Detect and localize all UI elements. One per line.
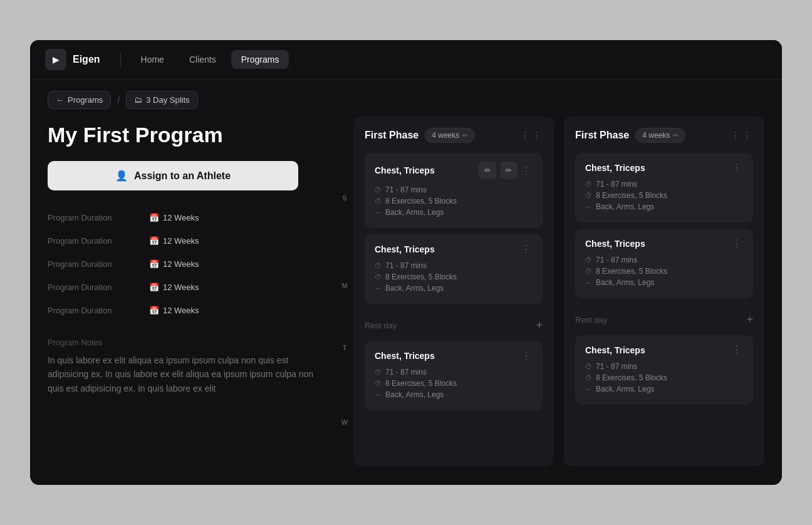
block-icon: ⏱ xyxy=(585,192,592,199)
assign-user-icon: 👤 xyxy=(115,170,128,182)
workout-2-0-exercises: ⏱ 8 Exercises, 5 Blocks xyxy=(585,191,743,200)
workout-2-3-muscles: ↔ Back, Arms, Legs xyxy=(585,385,743,393)
workout-2-3-name: Chest, Triceps xyxy=(585,345,645,355)
breadcrumb-back-label: Programs xyxy=(68,95,103,105)
phase-1-header: First Phase 4 weeks ✏ ⋮⋮ xyxy=(365,128,543,143)
phase-2-weeks-label: 4 weeks xyxy=(642,131,670,140)
logo-icon: ▶ xyxy=(45,49,66,70)
phase-2-title: First Phase xyxy=(575,130,629,141)
breadcrumb-current: 🗂 3 Day Splits xyxy=(126,91,197,109)
workout-1-3-menu-icon[interactable]: ⋮ xyxy=(521,350,533,361)
muscle-icon: ↔ xyxy=(375,284,382,292)
workout-card-2-3-header: Chest, Triceps ⋮ xyxy=(585,344,743,356)
breadcrumb-separator: / xyxy=(117,95,120,105)
workout-1-0-name: Chest, Triceps xyxy=(375,165,435,175)
workout-2-3-menu-icon[interactable]: ⋮ xyxy=(732,344,743,356)
nav-home[interactable]: Home xyxy=(131,50,174,69)
block-icon: ⏱ xyxy=(375,273,382,281)
muscle-icon: ↔ xyxy=(585,385,592,393)
workout-1-1-menu-icon[interactable]: ⋮ xyxy=(521,243,533,255)
phase-1-edit-icon[interactable]: ✏ xyxy=(462,132,468,140)
detail-label-1: Program Duration xyxy=(48,236,142,246)
detail-value-3: 📅 12 Weeks xyxy=(149,283,199,292)
nav-clients[interactable]: Clients xyxy=(179,50,226,69)
detail-value-0: 📅 12 Weeks xyxy=(149,213,199,222)
phase-1-header-left: First Phase 4 weeks ✏ xyxy=(365,128,475,143)
workout-card-2-1-header: Chest, Triceps ⋮ xyxy=(585,237,743,249)
muscle-icon: ↔ xyxy=(375,391,382,398)
workout-1-0-menu-icon[interactable]: ⋮ xyxy=(521,165,533,177)
rest-add-btn-1[interactable]: + xyxy=(536,319,543,332)
detail-label-2: Program Duration xyxy=(48,259,142,269)
rest-add-btn-2[interactable]: + xyxy=(746,313,753,326)
phase-1-weeks-label: 4 weeks xyxy=(432,131,459,140)
navbar: ▶ Eigen Home Clients Programs xyxy=(30,40,782,80)
assign-athlete-button[interactable]: 👤 Assign to an Athlete xyxy=(48,161,298,190)
breadcrumb: ← Programs / 🗂 3 Day Splits xyxy=(30,80,782,117)
clock-icon: ⏱ xyxy=(375,368,382,376)
workout-2-1-name: Chest, Triceps xyxy=(585,239,645,249)
workout-2-0-menu-icon[interactable]: ⋮ xyxy=(732,162,743,174)
workout-2-1-menu-icon[interactable]: ⋮ xyxy=(732,237,743,249)
program-notes-label: Program Notes xyxy=(48,338,318,347)
phase-2-menu-icon[interactable]: ⋮⋮ xyxy=(731,130,753,142)
workout-1-0-time: ⏱ 71 - 87 mins xyxy=(375,185,533,194)
folder-icon: 🗂 xyxy=(134,95,142,105)
left-panel: My First Program 👤 Assign to an Athlete … xyxy=(48,117,336,466)
program-notes-text: In quis labore ex elit aliqua ea ipsum i… xyxy=(48,353,318,395)
detail-label-3: Program Duration xyxy=(48,283,142,292)
block-icon: ⏱ xyxy=(375,380,382,387)
clock-icon: ⏱ xyxy=(585,180,592,188)
workout-1-0-alt-edit-btn[interactable]: ✏ xyxy=(500,162,518,179)
block-icon: ⏱ xyxy=(375,197,382,205)
clock-icon: ⏱ xyxy=(585,256,592,264)
workout-2-3-time: ⏱ 71 - 87 mins xyxy=(585,362,743,371)
workout-card-1-1: Chest, Triceps ⋮ ⏱ 71 - 87 mins ⏱ 8 Exer… xyxy=(365,234,543,304)
block-icon: ⏱ xyxy=(585,374,592,382)
breadcrumb-back[interactable]: ← Programs xyxy=(48,91,111,109)
phase-1-title: First Phase xyxy=(365,130,419,141)
logo-text: Eigen xyxy=(73,54,100,65)
calendar-icon-0: 📅 xyxy=(149,213,159,222)
clock-icon: ⏱ xyxy=(375,262,382,269)
workout-2-0-name: Chest, Triceps xyxy=(585,163,645,173)
phase-2-edit-icon[interactable]: ✏ xyxy=(673,132,679,140)
phase-1-menu-icon[interactable]: ⋮⋮ xyxy=(520,130,543,142)
workout-1-0-exercises: ⏱ 8 Exercises, 5 Blocks xyxy=(375,197,533,205)
back-arrow-icon: ← xyxy=(56,95,64,105)
phase-1-weeks-badge[interactable]: 4 weeks ✏ xyxy=(425,128,475,143)
detail-label-4: Program Duration xyxy=(48,306,142,315)
workout-2-1-muscles: ↔ Back, Arms, Legs xyxy=(585,278,743,287)
calendar-icon-2: 📅 xyxy=(149,259,159,269)
rest-day-1: Rest day + xyxy=(365,310,543,341)
phase-2-weeks-badge[interactable]: 4 weeks ✏ xyxy=(635,128,685,143)
workout-2-0-muscles: ↔ Back, Arms, Legs xyxy=(585,202,743,211)
nav-programs[interactable]: Programs xyxy=(231,50,289,69)
breadcrumb-current-label: 3 Day Splits xyxy=(146,95,189,105)
calendar-icon-3: 📅 xyxy=(149,283,159,292)
clock-icon: ⏱ xyxy=(375,186,382,194)
workout-1-0-muscles: ↔ Back, Arms, Legs xyxy=(375,208,533,217)
workout-card-1-0-header: Chest, Triceps ✏ ✏ ⋮ xyxy=(375,162,533,179)
workout-1-1-time: ⏱ 71 - 87 mins xyxy=(375,261,533,270)
workout-2-3-exercises: ⏱ 8 Exercises, 5 Blocks xyxy=(585,373,743,382)
detail-row: Program Duration 📅 12 Weeks xyxy=(48,231,318,251)
workout-1-0-edit-btn[interactable]: ✏ xyxy=(479,162,496,179)
nav-divider xyxy=(120,52,121,67)
clock-icon: ⏱ xyxy=(585,363,592,370)
rest-day-label-2: Rest day xyxy=(575,315,607,325)
rest-day-label: Rest day xyxy=(365,321,397,330)
day-label-s: S xyxy=(336,154,353,242)
detail-label-0: Program Duration xyxy=(48,213,142,222)
workout-1-0-actions: ✏ ✏ ⋮ xyxy=(479,162,533,179)
detail-value-1: 📅 12 Weeks xyxy=(149,236,199,246)
block-icon: ⏱ xyxy=(585,268,592,275)
assign-btn-label: Assign to an Athlete xyxy=(134,170,231,182)
muscle-icon: ↔ xyxy=(585,203,592,211)
right-panels: First Phase 4 weeks ✏ ⋮⋮ Chest, Triceps xyxy=(353,117,764,466)
workout-1-1-exercises: ⏱ 8 Exercises, 5 Blocks xyxy=(375,273,533,281)
workout-card-2-0-header: Chest, Triceps ⋮ xyxy=(585,162,743,174)
rest-day-2: Rest day + xyxy=(575,304,753,335)
workout-1-3-exercises: ⏱ 8 Exercises, 5 Blocks xyxy=(375,379,533,388)
detail-row: Program Duration 📅 12 Weeks xyxy=(48,301,318,320)
